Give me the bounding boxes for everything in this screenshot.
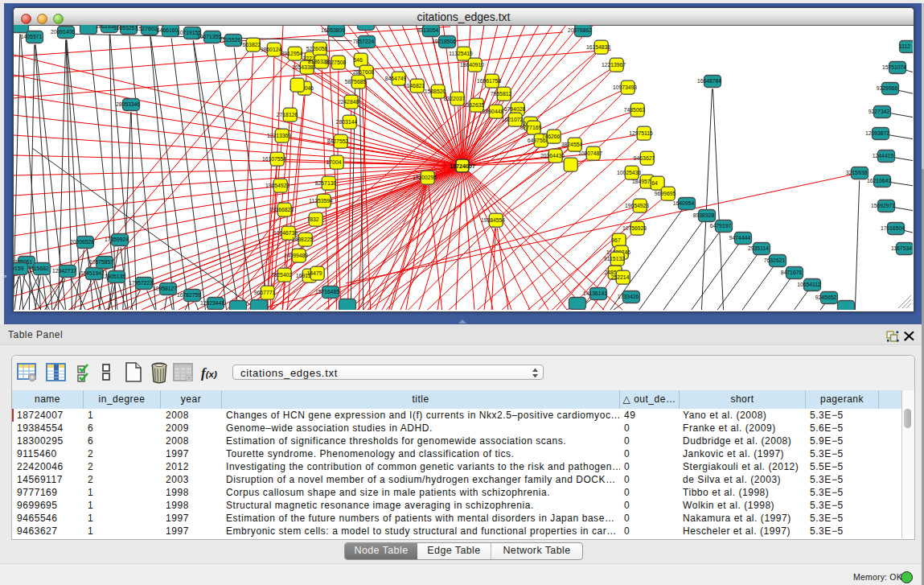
svg-text:7515526: 7515526	[220, 37, 241, 43]
svg-text:10025438: 10025438	[617, 170, 641, 175]
svg-text:2867608: 2867608	[353, 69, 375, 75]
svg-text:9463627: 9463627	[634, 155, 655, 161]
svg-text:7485063: 7485063	[624, 107, 646, 113]
svg-text:7632621: 7632621	[764, 257, 786, 263]
svg-text:11353594: 11353594	[309, 198, 333, 204]
svg-text:3215938: 3215938	[846, 170, 868, 175]
svg-text:12923448: 12923448	[200, 300, 224, 306]
svg-text:746266: 746266	[542, 134, 561, 139]
svg-text:16053809: 16053809	[321, 27, 345, 33]
svg-text:9115132: 9115132	[604, 256, 625, 262]
svg-text:11325419: 11325419	[449, 51, 473, 56]
svg-text:1405571: 1405571	[21, 34, 43, 39]
svg-text:6479197: 6479197	[710, 223, 732, 229]
svg-text:14136141: 14136141	[583, 290, 607, 296]
svg-text:10046738: 10046738	[273, 230, 298, 236]
svg-text:1244415: 1244415	[873, 153, 894, 159]
svg-text:8267130: 8267130	[315, 180, 337, 186]
svg-text:19218506: 19218506	[432, 39, 456, 44]
svg-text:9327508: 9327508	[325, 60, 347, 65]
svg-text:9245652: 9245652	[815, 295, 837, 300]
svg-text:20691406: 20691406	[51, 29, 75, 35]
svg-text:8471676: 8471676	[781, 270, 803, 275]
svg-text:39159: 39159	[14, 266, 24, 271]
svg-text:2803144: 2803144	[336, 119, 358, 125]
svg-text:9860124: 9860124	[261, 47, 282, 52]
svg-text:16961758: 16961758	[477, 78, 501, 84]
svg-text:64: 64	[651, 180, 658, 186]
svg-text:28053346: 28053346	[116, 101, 140, 107]
svg-text:8454749: 8454749	[385, 76, 407, 81]
svg-text:3824554: 3824554	[561, 142, 583, 147]
svg-text:1733426: 1733426	[618, 294, 639, 299]
svg-text:5875685: 5875685	[345, 79, 367, 84]
svg-text:12093872: 12093872	[865, 130, 889, 136]
svg-text:546: 546	[353, 57, 363, 63]
svg-text:1112: 1112	[899, 43, 910, 49]
svg-text:10975857: 10975857	[89, 259, 113, 265]
svg-text:6466160: 6466160	[157, 27, 179, 33]
svg-text:9329966: 9329966	[877, 85, 898, 91]
svg-text:10973493: 10973493	[613, 84, 637, 90]
svg-text:7663822: 7663822	[240, 42, 261, 47]
svg-text:7832: 7832	[306, 216, 318, 222]
svg-text:7955812: 7955812	[491, 91, 512, 97]
svg-text:8813054: 8813054	[417, 27, 439, 33]
svg-text:19384554: 19384554	[481, 217, 505, 223]
svg-text:9474444: 9474444	[729, 235, 751, 241]
svg-text:5226058: 5226058	[306, 46, 328, 51]
svg-text:1167534: 1167534	[891, 245, 912, 251]
svg-text:2718126: 2718126	[277, 112, 298, 117]
svg-text:8322037: 8322037	[444, 96, 466, 101]
svg-text:1498225: 1498225	[292, 237, 314, 242]
svg-text:8912954: 8912954	[281, 51, 303, 56]
svg-text:9227342: 9227342	[869, 109, 890, 114]
svg-text:19166823: 19166823	[269, 207, 294, 212]
svg-text:1145194: 1145194	[80, 270, 101, 276]
svg-text:17957223: 17957223	[129, 280, 153, 286]
svg-text:9699695: 9699695	[655, 191, 676, 196]
svg-text:14099489: 14099489	[284, 253, 308, 258]
svg-text:15692971: 15692971	[871, 203, 895, 208]
svg-text:9657771: 9657771	[254, 290, 276, 295]
svg-text:16543382: 16543382	[292, 64, 316, 70]
svg-text:17004: 17004	[326, 159, 342, 165]
svg-text:12213369: 12213369	[267, 133, 291, 138]
svg-text:16782759: 16782759	[177, 292, 201, 298]
svg-text:20876862: 20876862	[568, 27, 592, 33]
svg-text:12213967: 12213967	[602, 62, 626, 68]
svg-text:20206528: 20206528	[70, 239, 94, 245]
svg-text:12905135: 12905135	[101, 274, 125, 279]
svg-text:16648784: 16648784	[697, 78, 721, 84]
svg-text:20364436: 20364436	[540, 153, 565, 159]
svg-text:9777169: 9777169	[520, 125, 542, 130]
svg-text:252214: 252214	[611, 274, 630, 280]
svg-text:16210643: 16210643	[867, 178, 891, 183]
svg-text:8990448: 8990448	[483, 109, 504, 114]
svg-text:15751074: 15751074	[882, 64, 906, 70]
svg-text:1640954: 1640954	[673, 200, 695, 206]
svg-text:7857224: 7857224	[353, 39, 375, 44]
svg-text:1621072: 1621072	[502, 117, 524, 122]
svg-text:2242848: 2242848	[338, 99, 359, 105]
svg-text:1588520: 1588520	[425, 89, 446, 94]
svg-text:10756928: 10756928	[622, 225, 647, 231]
svg-text:2935114: 2935114	[748, 245, 769, 251]
svg-text:10958127: 10958127	[153, 286, 177, 291]
svg-text:10654112: 10654112	[797, 282, 821, 287]
svg-text:16154838: 16154838	[586, 44, 610, 50]
svg-text:14479: 14479	[307, 270, 322, 276]
svg-text:9146821: 9146821	[404, 83, 425, 89]
svg-text:19654923: 19654923	[625, 203, 649, 208]
svg-text:12342737: 12342737	[52, 268, 76, 274]
svg-text:8427552: 8427552	[327, 138, 349, 144]
svg-text:1115682: 1115682	[28, 266, 49, 271]
svg-text:10671355: 10671355	[197, 34, 221, 39]
svg-text:17359924: 17359924	[105, 237, 129, 242]
svg-text:17016504: 17016504	[881, 225, 905, 231]
svg-text:16107554: 16107554	[262, 156, 286, 162]
svg-text:18640910: 18640910	[460, 62, 484, 68]
svg-text:8938928: 8938928	[693, 212, 715, 218]
svg-text:18724007: 18724007	[450, 163, 475, 170]
svg-text:7625402: 7625402	[271, 272, 293, 278]
